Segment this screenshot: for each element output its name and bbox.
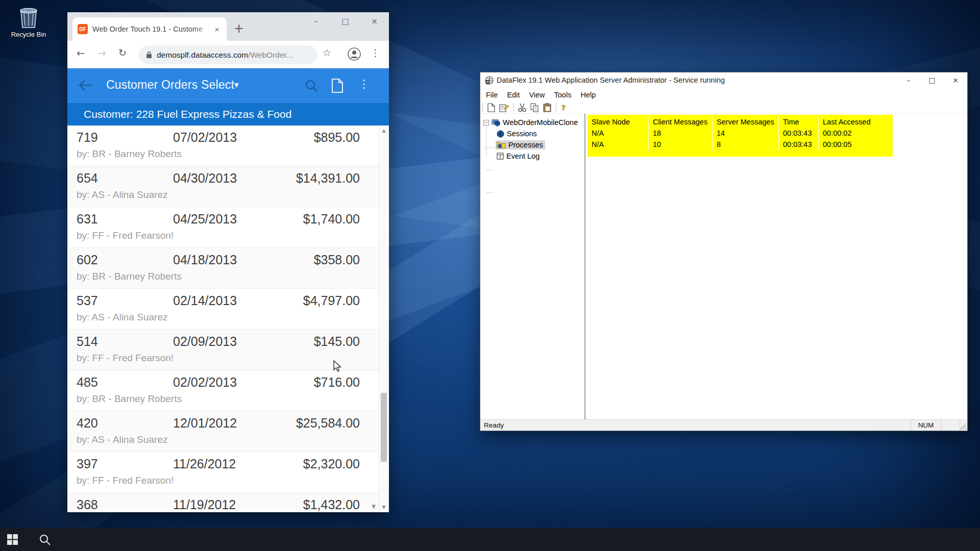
order-date: 04/30/2013 <box>173 171 237 186</box>
new-tab-button[interactable]: + <box>234 21 244 36</box>
tree-item-processes[interactable]: Processes <box>496 139 545 151</box>
app-search-icon[interactable] <box>304 79 318 93</box>
browser-menu-icon[interactable]: ⋮ <box>371 47 380 58</box>
column-header: Client Messages <box>649 116 713 128</box>
window-minimize-button[interactable]: – <box>302 12 331 31</box>
scroll-up-icon[interactable]: ▲ <box>379 128 388 133</box>
address-bar[interactable]: demosplf.dataaccess.com/WebOrder... <box>139 45 317 64</box>
toolbar-grip <box>482 104 483 112</box>
order-row[interactable]: 42012/01/2012$25,584.00by: AS - Alina Su… <box>67 411 389 452</box>
copy-icon[interactable] <box>530 103 539 112</box>
order-amount: $895.00 <box>314 130 360 145</box>
admin-close-button[interactable]: × <box>944 72 967 88</box>
new-document-icon[interactable] <box>487 103 495 112</box>
tree-root-label: WebOrderMobileClone <box>503 118 578 127</box>
scrollbar[interactable]: ▲ ▼ <box>379 126 388 512</box>
menu-item-view[interactable]: View <box>524 88 549 102</box>
app-header: Customer Orders Select ▾ ⋮ <box>67 68 389 103</box>
start-button[interactable] <box>7 534 18 545</box>
bookmark-star-icon[interactable]: ☆ <box>323 47 331 58</box>
reload-button[interactable]: ↻ <box>118 47 127 58</box>
tree-item-sessions[interactable]: Sessions <box>496 128 539 139</box>
properties-icon[interactable] <box>499 103 509 112</box>
back-button[interactable]: ← <box>77 47 85 59</box>
help-icon[interactable]: ? <box>561 104 566 112</box>
table-cell: 18 <box>649 128 713 139</box>
order-date: 07/02/2013 <box>173 130 237 145</box>
taskbar <box>0 528 980 551</box>
customer-banner: Customer: 228 Fuel Express Pizzas & Food <box>67 103 389 126</box>
process-grid: Slave NodeClient MessagesServer Messages… <box>586 114 967 420</box>
admin-window-title: DataFlex 19.1 Web Application Server Adm… <box>497 72 725 88</box>
admin-minimize-button[interactable]: – <box>897 72 920 88</box>
paste-icon[interactable] <box>543 103 551 112</box>
toolbar-separator <box>556 103 556 112</box>
tree-expander-icon[interactable]: − <box>483 120 489 126</box>
status-text: Ready <box>484 420 504 431</box>
tree-item-label: Event Log <box>506 152 540 160</box>
server-globe-icon <box>492 119 500 127</box>
status-bar: Ready NUM <box>480 419 967 431</box>
app-report-icon[interactable] <box>331 78 344 93</box>
num-lock-indicator: NUM <box>911 420 941 430</box>
order-row[interactable]: 63104/25/2013$1,740.00by: FF - Fred Fear… <box>67 207 389 248</box>
menu-item-file[interactable]: File <box>481 88 502 102</box>
forward-button[interactable]: → <box>97 47 106 59</box>
admin-maximize-button[interactable]: □ <box>920 72 944 88</box>
order-amount: $14,391.00 <box>296 171 360 186</box>
admin-title-bar: DataFlex 19.1 Web Application Server Adm… <box>480 72 967 88</box>
order-row[interactable]: 53702/14/2013$4,797.00by: AS - Alina Sua… <box>67 289 389 330</box>
tree-item-event-log[interactable]: Event Log <box>496 151 542 162</box>
list-dropdown-arrow-icon[interactable]: ▼ <box>372 504 376 509</box>
column-header: Slave Node <box>587 116 649 128</box>
order-salesperson: by: AS - Alina Suarez <box>77 434 168 445</box>
order-amount: $1,740.00 <box>303 212 360 227</box>
profile-avatar-icon[interactable] <box>348 47 361 63</box>
scroll-down-icon[interactable]: ▼ <box>379 505 388 510</box>
order-date: 02/09/2013 <box>173 334 237 349</box>
order-number: 397 <box>77 457 98 471</box>
order-row[interactable]: 36811/19/2012$1,432.00 <box>67 493 389 512</box>
tab-title: Web Order Touch 19.1 - Custome <box>92 25 212 33</box>
browser-tab[interactable]: DF Web Order Touch 19.1 - Custome × <box>72 17 227 41</box>
order-date: 04/18/2013 <box>173 253 237 267</box>
table-cell: 14 <box>713 128 779 139</box>
order-amount: $716.00 <box>314 375 360 390</box>
admin-body: − WebOrderMobileClone SessionsProcessesE… <box>480 114 967 420</box>
table-row[interactable]: N/A10800:03:4300:00:05 <box>587 139 893 150</box>
order-row[interactable]: 71907/02/2013$895.00by: BR - Barney Robe… <box>67 126 389 166</box>
table-row[interactable]: N/A181400:03:4300:00:02 <box>587 128 893 139</box>
order-date: 12/01/2012 <box>173 416 237 431</box>
chevron-down-icon: ▾ <box>234 80 239 90</box>
tab-close-icon[interactable]: × <box>212 25 222 34</box>
order-row[interactable]: 65404/30/2013$14,391.00by: AS - Alina Su… <box>67 166 389 207</box>
menu-item-help[interactable]: Help <box>576 88 600 102</box>
order-salesperson: by: BR - Barney Roberts <box>77 393 182 405</box>
tree-root[interactable]: − WebOrderMobileClone <box>483 117 578 128</box>
window-close-button[interactable]: × <box>360 12 389 31</box>
order-row[interactable]: 60204/18/2013$358.00by: BR - Barney Robe… <box>67 248 389 289</box>
scrollbar-thumb[interactable] <box>381 393 387 462</box>
cut-icon[interactable] <box>518 103 526 112</box>
order-row[interactable]: 39711/26/2012$2,320.00by: FF - Fred Fear… <box>67 452 389 493</box>
app-back-button[interactable] <box>78 79 93 92</box>
toolbar-separator <box>513 103 514 112</box>
window-maximize-button[interactable]: □ <box>331 12 360 31</box>
order-salesperson: by: FF - Fred Fearson! <box>77 353 174 364</box>
app-menu-icon[interactable]: ⋮ <box>358 78 370 90</box>
order-salesperson: by: FF - Fred Fearson! <box>77 230 174 241</box>
view-title[interactable]: Customer Orders Select <box>106 78 234 92</box>
menu-item-edit[interactable]: Edit <box>502 88 524 102</box>
menu-item-tools[interactable]: Tools <box>550 88 576 102</box>
recycle-bin[interactable]: Recycle Bin <box>7 5 50 38</box>
order-row[interactable]: 48502/02/2013$716.00by: BR - Barney Robe… <box>67 370 389 411</box>
menu-bar: FileEditViewToolsHelp <box>481 88 600 102</box>
table-cell: 00:03:43 <box>779 139 819 150</box>
resize-grip[interactable] <box>960 423 967 430</box>
admin-app-icon <box>485 76 494 85</box>
order-number: 654 <box>77 171 98 186</box>
order-number: 631 <box>77 212 98 227</box>
taskbar-search-icon[interactable] <box>39 534 51 546</box>
order-amount: $145.00 <box>314 334 360 349</box>
order-date: 11/19/2012 <box>173 497 236 512</box>
